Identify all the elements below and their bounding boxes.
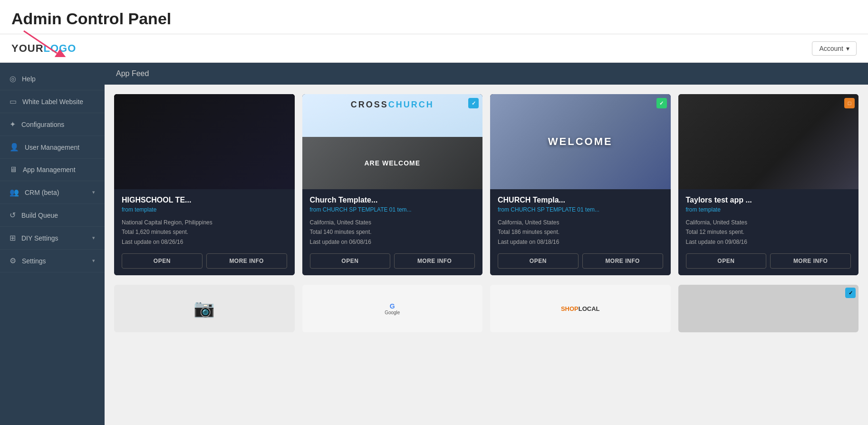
sidebar-item-diy-settings[interactable]: ⊞ DIY Settings ▾ (0, 227, 105, 250)
sidebar-item-build-queue[interactable]: ↺ Build Queue (0, 204, 105, 227)
sidebar-label-user-management: User Management (25, 144, 79, 151)
card-thumbnail-church2: WELCOME ✓ (490, 94, 671, 189)
top-navbar: YOURLOGO Account ▾ (0, 34, 868, 63)
app-cards-row2: 📷 G Google SHOPLOCAL ✓ (105, 285, 868, 342)
card-subtitle-highschool: from template (122, 206, 287, 213)
open-button-taylors[interactable]: OPEN (686, 253, 767, 269)
monitor-icon: ▭ (10, 97, 17, 106)
partial-card-room: ✓ (678, 285, 859, 332)
card-title-church: Church Template... (310, 196, 475, 204)
crm-icon: 👥 (10, 188, 19, 197)
card-body-church: Church Template... from CHURCH SP TEMPLA… (302, 189, 483, 275)
more-info-button-highschool[interactable]: MORE INFO (206, 253, 287, 269)
arrow-decoration (19, 29, 67, 57)
chevron-down-icon: ▾ (92, 258, 95, 264)
shop-text: SHOP (561, 305, 579, 312)
card-actions-taylors: OPEN MORE INFO (686, 253, 851, 269)
more-info-button-taylors[interactable]: MORE INFO (770, 253, 851, 269)
partial-card-shoplocal: SHOPLOCAL (490, 285, 671, 332)
sidebar-label-white-label: White Label Website (22, 98, 83, 106)
app-icon: 🖥 (10, 165, 17, 174)
card-info-highschool: National Capital Region, Philippines Tot… (122, 218, 287, 247)
chevron-down-icon: ▾ (92, 189, 95, 195)
card-update-highschool: Last update on 08/26/16 (122, 239, 183, 245)
card-subtitle-church2: from CHURCH SP TEMPLATE 01 tem... (498, 206, 663, 213)
sidebar-item-app-management[interactable]: 🖥 App Management (0, 159, 105, 181)
sidebar-label-diy-settings: DIY Settings (21, 234, 58, 242)
open-button-church[interactable]: OPEN (310, 253, 391, 269)
card-badge-church: ✓ (468, 98, 479, 108)
main-content: App Feed (105, 63, 868, 425)
badge-room: ✓ (845, 288, 856, 298)
partial-card-google: G Google (302, 285, 483, 332)
card-info-church: California, United States Total 140 minu… (310, 218, 475, 247)
settings-icon: ⚙ (10, 256, 16, 265)
partial-card-camera: 📷 (114, 285, 295, 332)
card-body-taylors: Taylors test app ... from template Calif… (678, 189, 859, 275)
highschool-artwork (114, 94, 295, 189)
sidebar-label-app-management: App Management (23, 166, 76, 174)
account-label: Account (819, 45, 843, 52)
card-update-taylors: Last update on 09/08/16 (686, 239, 747, 245)
card-actions-highschool: OPEN MORE INFO (122, 253, 287, 269)
camera-icon: 📷 (193, 299, 215, 319)
card-info-church2: California, United States Total 186 minu… (498, 218, 663, 247)
open-button-church2[interactable]: OPEN (498, 253, 579, 269)
sidebar: ◎ Help ▭ White Label Website ✦ Configura… (0, 63, 105, 425)
sidebar-item-user-management[interactable]: 👤 User Management (0, 136, 105, 159)
account-button[interactable]: Account ▾ (812, 41, 857, 56)
sidebar-item-white-label[interactable]: ▭ White Label Website (0, 90, 105, 113)
app-card-church2: WELCOME ✓ CHURCH Templa... from CHURCH S… (490, 94, 671, 275)
card-badge-taylors: □ (844, 98, 855, 108)
card-actions-church: OPEN MORE INFO (310, 253, 475, 269)
card-minutes-church: Total 140 minutes spent. (310, 229, 372, 235)
sidebar-label-help: Help (22, 75, 36, 83)
sidebar-item-crm[interactable]: 👥 CRM (beta) ▾ (0, 181, 105, 204)
local-text: LOCAL (579, 305, 600, 312)
card-body-church2: CHURCH Templa... from CHURCH SP TEMPLATE… (490, 189, 671, 275)
app-card-taylors: □ Taylors test app ... from template Cal… (678, 94, 859, 275)
queue-icon: ↺ (10, 211, 16, 220)
card-location-church2: California, United States (498, 219, 559, 226)
sidebar-label-build-queue: Build Queue (21, 212, 58, 219)
app-feed-header: App Feed (105, 63, 868, 85)
card-thumbnail-highschool (114, 94, 295, 189)
sidebar-item-configurations[interactable]: ✦ Configurations (0, 113, 105, 136)
svg-rect-3 (114, 94, 295, 189)
sidebar-item-settings[interactable]: ⚙ Settings ▾ (0, 250, 105, 272)
card-location-highschool: National Capital Region, Philippines (122, 219, 212, 226)
card-body-highschool: HIGHSCHOOL TE... from template National … (114, 189, 295, 275)
page-title: Admin Control Panel (11, 10, 857, 28)
help-icon: ◎ (10, 74, 16, 83)
card-update-church2: Last update on 08/18/16 (498, 239, 559, 245)
card-title-church2: CHURCH Templa... (498, 196, 663, 204)
card-minutes-church2: Total 186 minutes spent. (498, 229, 559, 235)
sidebar-item-help[interactable]: ◎ Help (0, 68, 105, 90)
more-info-button-church2[interactable]: MORE INFO (582, 253, 663, 269)
app-cards-grid: HIGHSCHOOL TE... from template National … (105, 85, 868, 285)
app-card-highschool: HIGHSCHOOL TE... from template National … (114, 94, 295, 275)
open-button-highschool[interactable]: OPEN (122, 253, 203, 269)
sidebar-label-crm: CRM (beta) (25, 189, 59, 196)
users-icon: 👤 (10, 143, 19, 152)
google-thumbnail: G Google (383, 300, 402, 317)
card-title-taylors: Taylors test app ... (686, 196, 851, 204)
taylors-art (678, 94, 859, 189)
card-minutes-taylors: Total 12 minutes spent. (686, 229, 744, 235)
card-title-highschool: HIGHSCHOOL TE... (122, 196, 287, 204)
config-icon: ✦ (10, 120, 16, 129)
sidebar-label-settings: Settings (22, 257, 46, 265)
card-info-taylors: California, United States Total 12 minut… (686, 218, 851, 247)
card-badge-church2: ✓ (656, 98, 667, 108)
card-subtitle-taylors: from template (686, 206, 851, 213)
card-subtitle-church: from CHURCH SP TEMPLATE 01 tem... (310, 206, 475, 213)
shoplocal-logo: SHOPLOCAL (561, 305, 600, 312)
main-layout: ◎ Help ▭ White Label Website ✦ Configura… (0, 63, 868, 425)
card-thumbnail-taylors: □ (678, 94, 859, 189)
church-logo-text: CROSSCHURCH (351, 100, 434, 110)
svg-line-1 (24, 31, 57, 53)
chevron-down-icon: ▾ (92, 235, 95, 241)
card-thumbnail-church: CROSSCHURCH ARE WELCOME (302, 94, 483, 189)
more-info-button-church[interactable]: MORE INFO (394, 253, 475, 269)
card-actions-church2: OPEN MORE INFO (498, 253, 663, 269)
